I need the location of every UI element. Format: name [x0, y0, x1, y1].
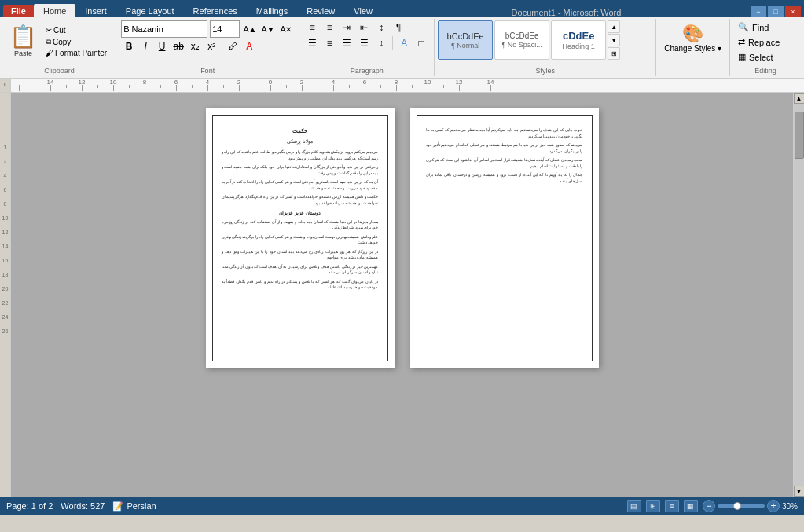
borders-button[interactable]: □: [413, 36, 429, 50]
underline-button[interactable]: U: [154, 39, 170, 53]
zoom-control: − + 30%: [703, 500, 798, 512]
style-normal-label: ¶ Normal: [451, 42, 479, 50]
ruler-toggle[interactable]: L: [0, 79, 11, 90]
highlight-button[interactable]: 🖊: [225, 39, 240, 53]
tab-page-layout[interactable]: Page Layout: [116, 4, 184, 17]
tab-home[interactable]: Home: [34, 4, 75, 17]
style-normal-button[interactable]: bCcDdEe ¶ Normal: [438, 20, 493, 60]
language-icon: 📝: [112, 501, 123, 512]
vruler-4: 6: [4, 182, 7, 196]
close-button[interactable]: ×: [785, 6, 801, 17]
zoom-out-button[interactable]: −: [703, 500, 715, 512]
style-nospace-button[interactable]: bCcDdEe ¶ No Spaci...: [494, 20, 549, 60]
superscript-button[interactable]: x²: [204, 39, 219, 53]
gallery-up-button[interactable]: ▲: [608, 20, 620, 33]
show-marks-button[interactable]: ¶: [391, 20, 406, 35]
view-web-button[interactable]: ≡: [665, 500, 679, 512]
outdent-button[interactable]: ⇤: [356, 20, 372, 35]
shading-button[interactable]: A: [396, 36, 412, 50]
change-styles-icon: 🎨: [682, 24, 703, 44]
align-right-button[interactable]: ☰: [339, 36, 354, 50]
window-controls: − □ ×: [751, 6, 801, 17]
paste-button[interactable]: 📋 Paste: [6, 22, 40, 59]
styles-label: Styles: [435, 67, 655, 75]
numbering-button[interactable]: ≡: [321, 20, 337, 35]
style-normal-preview: bCcDdEe: [447, 31, 484, 41]
tab-review[interactable]: Review: [297, 4, 344, 17]
zoom-level: 30%: [782, 502, 798, 511]
page-1-content: حکمت مولانا پزشکی می‌بینم می‌کنم بروید ن…: [222, 127, 379, 291]
page-1-title: حکمت: [222, 127, 379, 135]
style-heading1-button[interactable]: cDdEe Heading 1: [551, 20, 606, 60]
gallery-down-button[interactable]: ▼: [608, 34, 620, 46]
find-button[interactable]: 🔍 Find: [735, 20, 796, 34]
scroll-thumb[interactable]: [795, 112, 804, 159]
view-outline-button[interactable]: ▦: [684, 500, 698, 512]
ruler-scale: 141210864202468101214: [11, 79, 804, 92]
tab-insert[interactable]: Insert: [75, 4, 116, 17]
scroll-up-button[interactable]: ▲: [794, 93, 805, 104]
styles-section: bCcDdEe ¶ Normal bCcDdEe ¶ No Spaci... c…: [435, 19, 656, 76]
page-1-section-heading: دوستان عزیز عزیزان: [222, 210, 379, 216]
align-left-button[interactable]: ☰: [304, 36, 320, 50]
justify-button[interactable]: ☰: [356, 36, 372, 50]
view-print-button[interactable]: ▤: [627, 500, 641, 512]
font-format-row: B I U ab x₂ x² 🖊 A: [121, 39, 294, 53]
select-button[interactable]: ▦ Select: [735, 50, 796, 64]
tab-references[interactable]: References: [184, 4, 247, 17]
gallery-expand-button[interactable]: ⊞: [608, 47, 620, 60]
view-full-button[interactable]: ⊞: [646, 500, 660, 512]
bold-button[interactable]: B: [121, 39, 137, 53]
ruler: L 141210864202468101214: [0, 79, 804, 93]
page-count: Page: 1 of 2: [6, 501, 53, 511]
page-2-para-4: جمال را به یاد آوریم تا که این آینده از …: [426, 172, 583, 184]
paste-label: Paste: [14, 50, 32, 57]
page-1-para-3: آن چه که در این دنیا مهم است دانستن و آم…: [222, 179, 379, 191]
font-name-input[interactable]: [121, 20, 207, 38]
para-row2: ☰ ≡ ☰ ☰ ↕ A □: [304, 36, 429, 50]
font-size-input[interactable]: [210, 20, 240, 38]
file-tab[interactable]: File: [3, 5, 34, 17]
page-2-para-2: می‌بینم که چطور همه چیز در این دنیا با ه…: [426, 142, 583, 154]
format-painter-button[interactable]: 🖌Format Painter: [43, 48, 109, 58]
copy-button[interactable]: ⧉Copy: [43, 36, 109, 47]
italic-button[interactable]: I: [138, 39, 153, 53]
grow-font-button[interactable]: A▲: [242, 22, 258, 36]
indent-button[interactable]: ⇥: [339, 20, 354, 35]
shrink-font-button[interactable]: A▼: [260, 22, 276, 36]
sort-button[interactable]: ↕: [373, 20, 389, 35]
zoom-in-button[interactable]: +: [767, 500, 780, 512]
vruler-14: 26: [2, 324, 9, 338]
find-label: Find: [752, 23, 769, 32]
vruler-13: 24: [2, 310, 9, 324]
strikethrough-button[interactable]: ab: [171, 39, 186, 53]
language-indicator[interactable]: 📝 Persian: [112, 501, 156, 512]
line-spacing-button[interactable]: ↕: [373, 36, 389, 50]
para-row1: ≡ ≡ ⇥ ⇤ ↕ ¶: [304, 20, 429, 35]
replace-button[interactable]: ⇄ Replace: [735, 35, 796, 49]
change-styles-label: Change Styles ▾: [664, 44, 721, 53]
tab-view[interactable]: View: [344, 4, 382, 17]
zoom-slider[interactable]: [718, 504, 765, 508]
scroll-track[interactable]: [794, 104, 805, 486]
scroll-down-button[interactable]: ▼: [794, 486, 805, 497]
minimize-button[interactable]: −: [751, 6, 766, 17]
style-heading1-preview: cDdEe: [563, 30, 594, 42]
page-2-para-3: سبب رسیدن عملی که آینده نسل‌ها همیشه قرا…: [426, 157, 583, 169]
vertical-ruler-numbers: 1 2 4 6 8 10 12 14 16 18 20 22 24 26: [0, 93, 10, 338]
clipboard-section: 📋 Paste ✂Cut ⧉Copy 🖌Format Painter Clipb…: [3, 19, 116, 76]
change-styles-button[interactable]: 🎨 Change Styles ▾: [659, 20, 726, 56]
align-center-button[interactable]: ≡: [321, 36, 337, 50]
vruler-11: 20: [2, 281, 9, 295]
clear-format-button[interactable]: A✕: [278, 22, 294, 36]
maximize-button[interactable]: □: [768, 6, 784, 17]
find-icon: 🔍: [738, 22, 749, 32]
subscript-button[interactable]: x₂: [187, 39, 203, 53]
word-count-label: Words: 527: [61, 501, 105, 511]
vruler-7: 12: [2, 225, 9, 239]
tab-mailings[interactable]: Mailings: [247, 4, 297, 17]
bullets-button[interactable]: ≡: [304, 20, 320, 35]
cut-button[interactable]: ✂Cut: [43, 25, 109, 35]
font-color-button[interactable]: A: [241, 39, 257, 53]
language-label: Persian: [127, 501, 156, 511]
